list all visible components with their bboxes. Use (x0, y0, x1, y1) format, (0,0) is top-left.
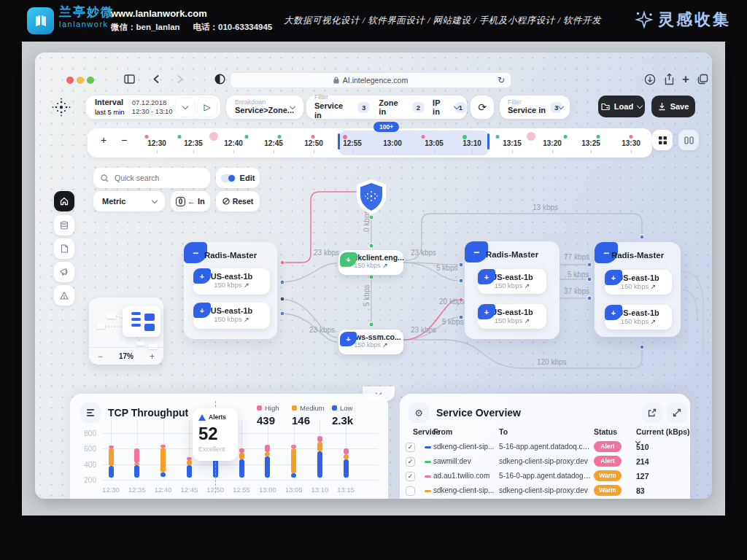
node-card-us-east[interactable]: + US-east-1b 150 kbps ↗ (605, 270, 672, 295)
cell-current: 510 (636, 443, 649, 451)
edge-traffic-label: 5 kbps (568, 271, 589, 279)
edge-traffic-label: 120 kbps (537, 358, 567, 366)
node-card-aws-ssm[interactable]: + aws-ssm.co... 150 kbps ↗ (338, 330, 403, 354)
bar-segment-medium (187, 460, 192, 464)
bar-segment-low (317, 451, 322, 478)
service-overview-panel: ⚙ Service Overview Service From To Statu… (400, 394, 690, 499)
group-title: Radis-Master (465, 250, 560, 259)
bar-segment-low (187, 465, 192, 478)
gridline (102, 480, 378, 481)
bar-segment-medium (265, 452, 270, 456)
cell-current: 83 (636, 486, 645, 495)
gridline (102, 433, 378, 434)
node-card-us-east[interactable]: + US-east-1b 150 kbps ↗ (478, 269, 546, 294)
bar-segment-high (265, 445, 270, 452)
cell-to: sdkeng-client-sip-proxy:dev (499, 486, 591, 494)
alerts-tooltip: Alerts 52 Excellent (193, 408, 238, 461)
bar-segment-medium (109, 448, 114, 465)
y-axis-label: 400 (77, 460, 96, 468)
brand-name-en: lanlanwork (59, 20, 115, 28)
cell-current: 127 (636, 472, 649, 481)
series-color-dash (425, 490, 431, 492)
bar-segment-high (239, 448, 244, 452)
x-axis-label: 12:45 (181, 486, 198, 494)
bar-segment-medium (134, 463, 139, 465)
node-card-us-east[interactable]: + US-east-1b 150 kbps ↗ (478, 304, 546, 329)
edge-traffic-label: 20 kbps (439, 298, 465, 306)
services-tagline: 大数据可视化设计 / 软件界面设计 / 网站建设 / 手机及小程序设计 / 软件… (284, 15, 601, 27)
group-title: Radis-Master (184, 251, 277, 260)
row-checkbox[interactable]: ✓ (406, 472, 415, 481)
trend-arrow-icon: ↗ (651, 318, 657, 325)
bar-segment-low (265, 456, 270, 478)
service-table: ✓ sdkeng-client-sip... 5-16-app.agent.da… (400, 394, 690, 499)
bar-segment-medium (160, 448, 166, 472)
edge-traffic-label: 37 kbps (564, 287, 589, 295)
group-card-radis-master[interactable]: − Radis-Master + US-east-1b 150 kbps ↗ +… (184, 242, 277, 339)
legend-value: 146 (292, 414, 325, 427)
table-row[interactable]: sdkeng-client-sip... sdkeng-client-sip-p… (400, 484, 690, 499)
edge-traffic-label: 5 kbps (363, 285, 371, 306)
status-badge: Warm (594, 485, 622, 496)
browser-window: AI.intelegence.com ↻ + Interval last 5 m… (35, 52, 712, 499)
row-checkbox[interactable]: ✓ (406, 443, 415, 452)
x-axis-label: 12:55 (233, 486, 250, 494)
bar-segment-high (344, 448, 349, 454)
node-card-us-east[interactable]: + US-east-1b 150 kbps ↗ (193, 268, 270, 295)
edge-traffic-label: 5 kbps (436, 264, 457, 272)
bar-segment-low (134, 465, 139, 478)
minimap-zoom-in-button[interactable]: + (150, 351, 155, 362)
bar-segment-medium (291, 448, 296, 473)
x-axis-label: 12:35 (128, 486, 146, 494)
minimap-node-active (131, 324, 141, 327)
node-card-sdkclient[interactable]: + sdkclient.eng... 150 kbps ↗ (338, 250, 403, 275)
backdrop: AI.intelegence.com ↻ + Interval last 5 m… (22, 42, 725, 516)
minimap-node-active (144, 324, 155, 331)
legend-swatch (257, 405, 262, 411)
node-name: sdkclient.eng... (349, 253, 403, 262)
tcp-throughput-panel: TCP Throughput 80060040020012:3012:3512:… (70, 394, 388, 499)
row-checkbox[interactable] (406, 486, 415, 496)
bar-segment-high (187, 457, 192, 460)
table-row[interactable]: ✓ ad.au1.twilio.com 5-16-0-app.agent.dat… (400, 470, 690, 484)
y-axis-label: 200 (77, 476, 96, 484)
x-axis-label: 13:10 (311, 486, 329, 494)
trend-arrow-icon: ↗ (525, 282, 530, 289)
brand-wechat: 微信：ben_lanlan (111, 23, 180, 31)
edge-traffic-label: 23 kbps (314, 249, 339, 257)
table-row[interactable]: ✓ sdkeng-client-sip... 5-16-app.agent.da… (400, 440, 690, 455)
cell-from: sawmill:dev (433, 457, 496, 465)
collection-label: 灵感收集 (658, 9, 731, 31)
node-card-us-east[interactable]: + US-east-1b 150 kbps ↗ (193, 303, 270, 329)
zoom-level: 17% (119, 352, 133, 360)
x-axis-label: 12:30 (102, 486, 120, 494)
edge-traffic-label: 13 kbps (533, 203, 558, 211)
edge-traffic-label: 5 kbps (442, 318, 463, 326)
trend-arrow-icon: ↗ (651, 283, 657, 290)
status-badge: Alert (594, 456, 622, 467)
status-badge: Warm (594, 470, 622, 481)
minimap-zoom-out-button[interactable]: − (98, 351, 103, 362)
node-card-us-east[interactable]: + US-east-1b 150 kbps ↗ (605, 305, 672, 330)
minimap[interactable]: − 17% + (89, 298, 163, 365)
trend-arrow-icon: ↗ (382, 262, 388, 269)
legend-item: High 439 (257, 404, 279, 427)
cell-to: sdkeng-client-sip-proxy:dev (499, 457, 591, 465)
group-card-radis-master[interactable]: − Radis-Master + US-east-1b 150 kbps ↗ +… (465, 241, 560, 339)
minimap-node-active (131, 318, 141, 321)
bar-segment-high (134, 448, 139, 462)
security-shield-node[interactable] (354, 178, 389, 216)
table-row[interactable]: ✓ sawmill:dev sdkeng-client-sip-proxy:de… (400, 455, 690, 470)
y-axis-label: 800 (77, 429, 96, 438)
cell-from: sdkeng-client-sip... (433, 486, 496, 494)
promo-banner: 兰亭妙微 lanlanwork www.lanlanwork.com 微信：be… (0, 0, 747, 42)
group-card-radis-master[interactable]: − Radis-Master + US-east-1b 150 kbps ↗ +… (595, 242, 681, 337)
minimap-viewport[interactable] (123, 306, 160, 337)
row-checkbox[interactable]: ✓ (406, 457, 415, 467)
x-axis-label: 13:00 (259, 486, 276, 494)
bar-segment-low (239, 459, 244, 478)
bar-segment-high (160, 445, 166, 448)
bar-segment-high (109, 446, 114, 448)
bar-segment-low (109, 466, 114, 478)
trend-arrow-icon: ↗ (244, 316, 249, 323)
